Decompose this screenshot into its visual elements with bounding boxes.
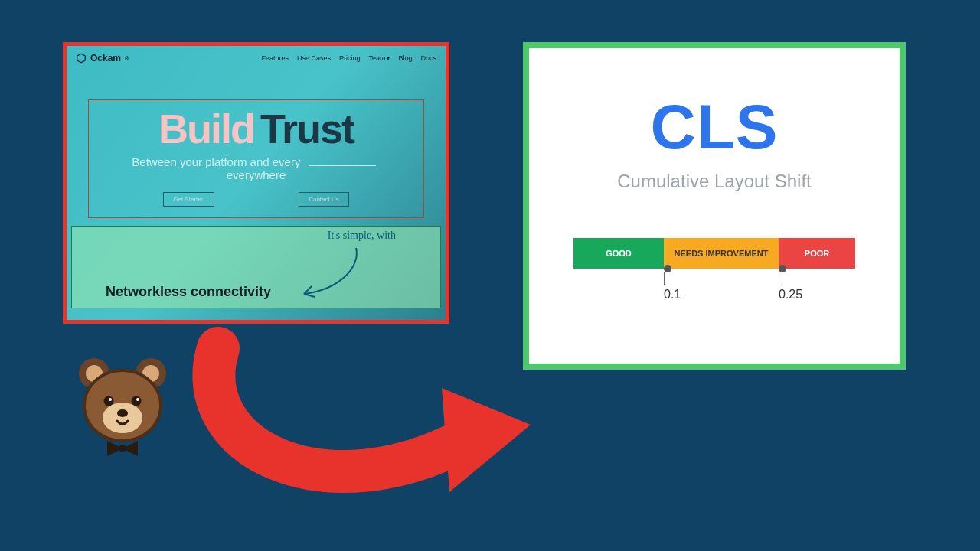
svg-point-12 (136, 398, 139, 401)
cls-threshold-1-value: 0.1 (664, 288, 665, 302)
cls-card: CLS Cumulative Layout Shift GOOD NEEDS I… (523, 42, 906, 370)
cls-subtitle: Cumulative Layout Shift (617, 171, 811, 192)
hero-blank (309, 165, 376, 166)
hero-word-1: Build (158, 106, 254, 152)
networkless-heading: Networkless connectivity (106, 284, 271, 300)
website-screenshot-panel: Ockam ® Features Use Cases Pricing Team▾… (63, 42, 449, 324)
svg-marker-0 (77, 54, 86, 63)
hero-sub-post: everywhere (227, 168, 286, 181)
svg-point-9 (104, 396, 114, 406)
cls-meter-bar: GOOD NEEDS IMPROVEMENT POOR (573, 238, 855, 269)
hero-word-2: Trust (260, 106, 354, 152)
cls-threshold-1: 0.1 (664, 269, 665, 302)
nav-item-blog[interactable]: Blog (398, 54, 412, 62)
hero-subheadline: Between your platform and every everywhe… (103, 155, 410, 181)
hero-region: BuildTrust Between your platform and eve… (88, 99, 424, 218)
contact-us-button[interactable]: Contact Us (299, 192, 349, 207)
nav-item-docs[interactable]: Docs (420, 54, 436, 62)
main-nav: Features Use Cases Pricing Team▾ Blog Do… (261, 54, 436, 62)
svg-point-13 (117, 409, 128, 417)
chevron-down-icon: ▾ (387, 55, 390, 62)
cls-title: CLS (651, 91, 779, 163)
hero-sub-pre: Between your platform and every (132, 155, 300, 168)
hero-headline: BuildTrust (103, 108, 410, 149)
cls-segment-needs: NEEDS IMPROVEMENT (664, 238, 779, 269)
nav-item-team[interactable]: Team▾ (368, 54, 390, 62)
svg-point-11 (109, 398, 112, 401)
svg-marker-1 (442, 388, 531, 492)
cls-meter: GOOD NEEDS IMPROVEMENT POOR 0.1 0.25 (573, 238, 855, 269)
hero-cta-row: Get Started Contact Us (103, 192, 410, 207)
cls-threshold-2-value: 0.25 (779, 288, 779, 302)
svg-point-8 (103, 403, 142, 433)
cls-segment-poor: POOR (779, 238, 855, 269)
registered-icon: ® (125, 56, 129, 61)
bear-mascot-icon (73, 350, 172, 461)
brand-logo[interactable]: Ockam ® (76, 53, 129, 64)
nav-item-features[interactable]: Features (261, 54, 289, 62)
site-topbar: Ockam ® Features Use Cases Pricing Team▾… (67, 46, 446, 70)
hexagon-icon (76, 53, 87, 64)
svg-point-14 (119, 445, 126, 452)
svg-point-10 (132, 396, 142, 406)
hand-drawn-arrow-icon (287, 243, 379, 305)
cls-threshold-2: 0.25 (779, 269, 779, 302)
brand-name: Ockam (90, 53, 121, 64)
get-started-button[interactable]: Get Started (163, 192, 214, 207)
lower-section-region: It's simple, with Networkless connectivi… (71, 226, 441, 308)
nav-item-use-cases[interactable]: Use Cases (297, 54, 331, 62)
cls-segment-good: GOOD (573, 238, 664, 269)
nav-item-pricing[interactable]: Pricing (339, 54, 361, 62)
red-curved-arrow-icon (172, 302, 540, 532)
handwritten-annotation: It's simple, with (328, 230, 396, 242)
